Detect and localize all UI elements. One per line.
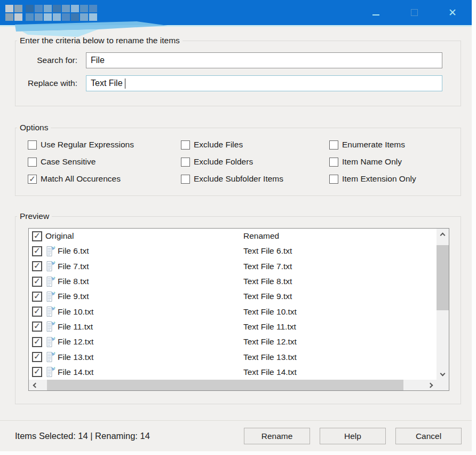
option-checkbox[interactable]: ✓ bbox=[28, 140, 37, 150]
option-item[interactable]: ✓Exclude Folders bbox=[181, 157, 329, 167]
window-title-redacted bbox=[26, 5, 97, 21]
original-name: File 6.txt bbox=[58, 246, 89, 256]
renamed-name: Text File 11.txt bbox=[243, 322, 296, 332]
row-checkbox[interactable]: ✓ bbox=[32, 261, 42, 271]
original-name: File 8.txt bbox=[58, 277, 89, 286]
minimize-icon bbox=[372, 14, 379, 15]
preview-row[interactable]: ✓ File 14.txtText File 14.txt bbox=[29, 365, 437, 380]
rename-items-dialog: ✕ Enter the criteria below to rename the… bbox=[0, 0, 472, 451]
preview-row[interactable]: ✓ File 6.txtText File 6.txt bbox=[29, 244, 437, 258]
option-checkbox[interactable]: ✓ bbox=[329, 140, 338, 150]
app-icon bbox=[5, 5, 22, 21]
scroll-right-button[interactable] bbox=[425, 380, 437, 390]
preview-row[interactable]: ✓ File 9.txtText File 9.txt bbox=[29, 289, 437, 304]
row-checkbox[interactable]: ✓ bbox=[32, 367, 42, 377]
renamed-name: Text File 8.txt bbox=[243, 277, 292, 286]
preview-row[interactable]: ✓ File 7.txtText File 7.txt bbox=[29, 259, 437, 274]
preview-legend: Preview bbox=[17, 211, 52, 221]
renamed-name: Text File 14.txt bbox=[243, 367, 297, 377]
renamed-name: Text File 12.txt bbox=[243, 337, 297, 347]
renamed-name: Text File 6.txt bbox=[243, 246, 292, 256]
option-checkbox[interactable]: ✓ bbox=[28, 175, 37, 184]
scroll-up-button[interactable] bbox=[437, 229, 449, 240]
option-checkbox[interactable]: ✓ bbox=[28, 158, 37, 167]
option-item[interactable]: ✓Exclude Subfolder Items bbox=[181, 174, 329, 184]
rename-button[interactable]: Rename bbox=[244, 428, 310, 444]
original-name: File 10.txt bbox=[58, 307, 93, 317]
text-file-icon bbox=[45, 336, 56, 348]
renamed-column-header: Renamed bbox=[243, 231, 279, 241]
criteria-groupbox: Enter the criteria below to rename the i… bbox=[15, 36, 461, 106]
horizontal-scroll-thumb[interactable] bbox=[47, 380, 403, 390]
horizontal-scrollbar[interactable] bbox=[29, 380, 437, 390]
option-label: Exclude Folders bbox=[194, 157, 253, 167]
original-name: File 13.txt bbox=[58, 352, 93, 362]
option-item[interactable]: ✓Exclude Files bbox=[181, 140, 329, 150]
option-item[interactable]: ✓Item Extension Only bbox=[329, 174, 461, 184]
text-file-icon bbox=[45, 246, 56, 257]
preview-row[interactable]: ✓ File 13.txtText File 13.txt bbox=[29, 349, 437, 364]
original-name: File 11.txt bbox=[58, 322, 93, 332]
row-checkbox[interactable]: ✓ bbox=[32, 352, 42, 362]
option-item[interactable]: ✓Enumerate Items bbox=[329, 140, 461, 150]
text-file-icon bbox=[45, 291, 56, 302]
options-grid: ✓Use Regular Expressions✓Case Sensitive✓… bbox=[15, 132, 461, 184]
option-label: Exclude Files bbox=[194, 140, 243, 150]
preview-row[interactable]: ✓ File 11.txtText File 11.txt bbox=[29, 319, 437, 334]
maximize-button[interactable] bbox=[395, 0, 433, 25]
chevron-right-icon bbox=[427, 382, 433, 388]
row-checkbox[interactable]: ✓ bbox=[32, 321, 42, 332]
chevron-up-icon bbox=[440, 233, 446, 238]
row-checkbox[interactable]: ✓ bbox=[32, 292, 42, 302]
row-checkbox[interactable]: ✓ bbox=[32, 277, 42, 287]
vertical-scroll-thumb[interactable] bbox=[437, 245, 449, 310]
option-label: Exclude Subfolder Items bbox=[194, 174, 283, 184]
row-checkbox[interactable]: ✓ bbox=[32, 337, 42, 347]
criteria-legend: Enter the criteria below to rename the i… bbox=[17, 36, 183, 45]
option-checkbox[interactable]: ✓ bbox=[181, 158, 190, 167]
scroll-down-button[interactable] bbox=[437, 368, 449, 380]
minimize-button[interactable] bbox=[356, 0, 395, 25]
row-checkbox[interactable]: ✓ bbox=[32, 307, 42, 317]
select-all-checkbox[interactable]: ✓ bbox=[32, 231, 42, 241]
preview-row[interactable]: ✓ File 10.txtText File 10.txt bbox=[29, 304, 437, 319]
close-button[interactable]: ✕ bbox=[433, 0, 472, 25]
text-file-icon bbox=[45, 306, 56, 317]
option-checkbox[interactable]: ✓ bbox=[181, 140, 190, 150]
titlebar: ✕ bbox=[0, 0, 472, 25]
scrollbar-corner bbox=[437, 380, 449, 390]
option-item[interactable]: ✓Match All Occurences bbox=[28, 174, 181, 184]
text-file-icon bbox=[45, 321, 56, 332]
option-label: Enumerate Items bbox=[342, 140, 405, 150]
text-file-icon bbox=[45, 261, 56, 272]
vertical-scrollbar[interactable] bbox=[437, 229, 449, 380]
list-header-row: ✓ Original Renamed bbox=[29, 229, 437, 244]
option-checkbox[interactable]: ✓ bbox=[329, 175, 338, 184]
replace-with-input[interactable] bbox=[86, 75, 442, 91]
chevron-left-icon bbox=[33, 382, 38, 388]
cancel-button[interactable]: Cancel bbox=[395, 428, 462, 444]
original-name: File 14.txt bbox=[58, 367, 93, 377]
option-label: Item Extension Only bbox=[342, 174, 416, 184]
renamed-name: Text File 7.txt bbox=[243, 262, 292, 271]
option-label: Case Sensitive bbox=[41, 157, 96, 167]
option-item[interactable]: ✓Item Name Only bbox=[329, 157, 461, 167]
option-item[interactable]: ✓Use Regular Expressions bbox=[28, 140, 181, 150]
option-label: Use Regular Expressions bbox=[41, 140, 134, 150]
original-name: File 9.txt bbox=[58, 292, 89, 301]
text-file-icon bbox=[45, 276, 56, 287]
option-checkbox[interactable]: ✓ bbox=[329, 158, 338, 167]
renamed-name: Text File 13.txt bbox=[243, 352, 297, 362]
renamed-name: Text File 10.txt bbox=[243, 307, 297, 317]
preview-row[interactable]: ✓ File 8.txtText File 8.txt bbox=[29, 274, 437, 289]
option-checkbox[interactable]: ✓ bbox=[181, 175, 190, 184]
scroll-left-button[interactable] bbox=[29, 380, 40, 390]
search-for-input[interactable] bbox=[86, 52, 442, 68]
maximize-icon bbox=[411, 9, 418, 16]
original-name: File 12.txt bbox=[58, 337, 93, 347]
row-checkbox[interactable]: ✓ bbox=[32, 246, 42, 256]
option-item[interactable]: ✓Case Sensitive bbox=[28, 157, 181, 167]
footer-bar: Items Selected: 14 | Renaming: 14 Rename… bbox=[0, 420, 472, 451]
help-button[interactable]: Help bbox=[320, 428, 386, 444]
preview-row[interactable]: ✓ File 12.txtText File 12.txt bbox=[29, 334, 437, 349]
